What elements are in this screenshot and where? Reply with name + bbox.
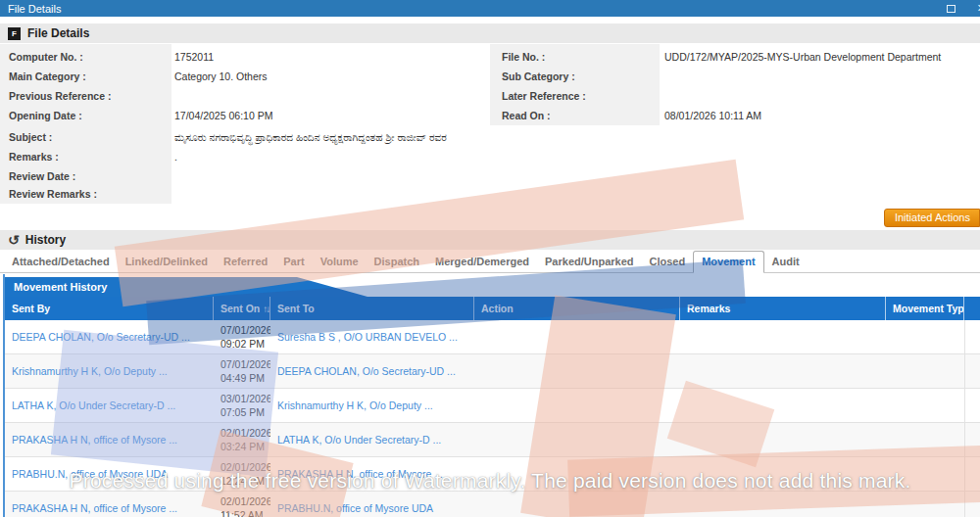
sent-on-cell: 07/01/202609:02 PM — [214, 320, 270, 353]
sort-icon[interactable]: ↑↓ — [263, 304, 269, 314]
tab-closed[interactable]: Closed — [642, 252, 694, 272]
field-value-file-no: UDD/172/MYAP/2025-MYS-Urban Development … — [664, 47, 978, 67]
column-header-sent-to: Sent To — [270, 297, 474, 320]
tab-linked-delinked[interactable]: Linked/Delinked — [118, 252, 216, 272]
movement-history-panel: Movement History Sent By Sent On↑↓ Sent … — [3, 274, 980, 517]
action-cell — [474, 492, 680, 517]
window-titlebar: File Details ✕ — [0, 0, 980, 17]
spacer-cell — [964, 423, 980, 456]
remarks-cell — [680, 457, 886, 491]
window-title: File Details — [8, 3, 61, 15]
sent-on-cell: 02/01/202611:52 AM — [214, 492, 270, 517]
sent-on-cell: 02/01/202612:24 PM — [214, 457, 270, 491]
spacer-cell — [964, 354, 980, 388]
sent-to-link[interactable]: PRAKASHA H N, office of Mysore ... — [270, 457, 474, 491]
movement-table-body: DEEPA CHOLAN, O/o Secretary-UD ... 07/01… — [5, 320, 980, 517]
spacer-cell — [964, 389, 980, 422]
table-row: PRABHU.N, office of Mysore UDA 02/01/202… — [5, 457, 980, 492]
sent-on-cell: 07/01/202604:49 PM — [214, 354, 270, 388]
tab-audit[interactable]: Audit — [764, 252, 808, 272]
file-details-section-header: F File Details — [0, 24, 980, 43]
movement-type-cell — [886, 492, 964, 517]
movement-history-title: Movement History — [5, 277, 368, 297]
table-row: Krishnamurthy H K, O/o Deputy ... 07/01/… — [5, 354, 980, 389]
movement-type-cell — [886, 423, 964, 456]
spacer-cell — [964, 457, 980, 491]
table-row: PRAKASHA H N, office of Mysore ... 02/01… — [5, 423, 980, 457]
field-label-previous-reference: Previous Reference : — [0, 86, 167, 106]
tab-part[interactable]: Part — [275, 252, 312, 272]
remarks-cell — [680, 354, 886, 388]
spacer-cell — [964, 320, 980, 353]
sent-by-link[interactable]: Krishnamurthy H K, O/o Deputy ... — [5, 354, 214, 388]
field-label-later-reference: Later Reference : — [493, 86, 660, 106]
field-value-opening-date: 17/04/2025 06:10 PM — [174, 106, 272, 125]
tab-volume[interactable]: Volume — [313, 252, 367, 272]
tab-movement[interactable]: Movement — [693, 251, 763, 273]
column-header-remarks: Remarks — [680, 297, 886, 320]
sent-to-link[interactable]: Krishnamurthy H K, O/o Deputy ... — [270, 389, 474, 422]
spacer-cell — [964, 492, 980, 517]
history-section-header: ↺ History — [0, 230, 980, 250]
file-details-section-title: File Details — [27, 26, 89, 40]
field-label-read-on: Read On : — [493, 106, 660, 125]
field-label-main-category: Main Category : — [0, 67, 167, 86]
movement-type-cell — [886, 389, 964, 422]
movement-type-cell — [886, 354, 964, 388]
history-section-title: History — [25, 233, 66, 247]
window-controls: ✕ — [947, 0, 980, 17]
field-label-opening-date: Opening Date : — [0, 106, 167, 125]
sent-by-link[interactable]: DEEPA CHOLAN, O/o Secretary-UD ... — [5, 320, 214, 353]
field-label-remarks: Remarks : — [0, 147, 167, 166]
sent-on-cell: 03/01/202607:05 PM — [214, 389, 270, 422]
history-icon: ↺ — [8, 233, 20, 247]
column-header-movement-type: Movement Type — [886, 297, 964, 320]
tab-attached-detached[interactable]: Attached/Detached — [4, 252, 118, 272]
table-row: PRAKASHA H N, office of Mysore ... 02/01… — [5, 492, 980, 517]
tab-dispatch[interactable]: Dispatch — [367, 252, 427, 272]
field-label-computer-no: Computer No. : — [0, 47, 167, 67]
remarks-cell — [680, 423, 886, 456]
field-label-review-date: Review Date : — [0, 166, 167, 186]
remarks-cell — [680, 492, 886, 517]
field-value-read-on: 08/01/2026 10:11 AM — [664, 106, 761, 125]
action-cell — [474, 457, 680, 491]
field-value-main-category: Category 10. Others — [174, 67, 268, 86]
tab-merged-demerged[interactable]: Merged/Demerged — [427, 252, 537, 272]
sent-to-link[interactable]: PRABHU.N, office of Mysore UDA — [270, 492, 474, 517]
file-details-icon: F — [8, 27, 21, 40]
movement-type-cell — [886, 320, 964, 353]
field-label-review-remarks: Review Remarks : — [0, 184, 167, 204]
field-value-computer-no: 1752011 — [174, 47, 214, 67]
sent-by-link[interactable]: PRAKASHA H N, office of Mysore ... — [5, 423, 214, 456]
field-value-subject: ಮೈಸೂರು ನಗರಾಭಿವೃದ್ಧಿ ಪ್ರಾಧಿಕಾರದ ಹಿಂದಿನ ಅಧ… — [174, 127, 958, 147]
column-header-spacer — [964, 297, 980, 320]
action-cell — [474, 354, 680, 388]
action-cell — [474, 423, 680, 456]
sent-by-link[interactable]: PRAKASHA H N, office of Mysore ... — [5, 492, 214, 517]
remarks-cell — [680, 320, 886, 353]
sent-by-link[interactable]: PRABHU.N, office of Mysore UDA — [5, 457, 214, 491]
field-label-subject: Subject : — [0, 127, 167, 147]
movement-table-header: Sent By Sent On↑↓ Sent To Action Remarks… — [5, 297, 980, 320]
column-header-sent-on[interactable]: Sent On↑↓ — [214, 297, 270, 320]
sent-to-link[interactable]: Suresha B S , O/O URBAN DEVELO ... — [270, 320, 474, 353]
sent-by-link[interactable]: LATHA K, O/o Under Secretary-D ... — [5, 389, 214, 422]
tab-referred[interactable]: Referred — [216, 252, 275, 272]
remarks-cell — [680, 389, 886, 422]
column-header-action: Action — [474, 297, 680, 320]
history-tabs: Attached/Detached Linked/Delinked Referr… — [0, 251, 980, 273]
table-row: LATHA K, O/o Under Secretary-D ... 03/01… — [5, 389, 980, 423]
action-cell — [474, 320, 680, 353]
sent-to-link[interactable]: DEEPA CHOLAN, O/o Secretary-UD ... — [270, 354, 474, 388]
initiated-actions-button[interactable]: Initiated Actions — [884, 209, 980, 227]
action-cell — [474, 389, 680, 422]
movement-type-cell — [886, 457, 964, 491]
column-header-sent-by: Sent By — [5, 297, 214, 320]
field-label-file-no: File No. : — [493, 47, 660, 67]
table-row: DEEPA CHOLAN, O/o Secretary-UD ... 07/01… — [5, 320, 980, 354]
sent-on-cell: 02/01/202603:24 PM — [214, 423, 270, 456]
maximize-icon[interactable] — [947, 5, 956, 13]
sent-to-link[interactable]: LATHA K, O/o Under Secretary-D ... — [270, 423, 474, 456]
tab-parked-unparked[interactable]: Parked/Unparked — [537, 252, 641, 272]
